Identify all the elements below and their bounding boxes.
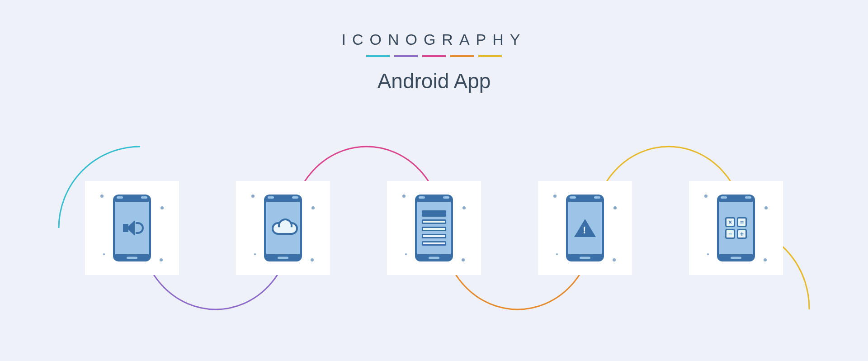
- calc-key-multiply: ×: [725, 217, 735, 227]
- phone-alert-icon: [566, 195, 604, 261]
- phone-volume-icon: [113, 195, 151, 261]
- brand-wordmark: ICONOGRAPHY: [0, 31, 868, 48]
- accent-bar-1: [366, 55, 390, 57]
- warning-triangle-icon: [574, 219, 596, 237]
- phone-weather-icon: [264, 195, 302, 261]
- icon-stage: × = − +: [0, 118, 868, 353]
- accent-bar-3: [422, 55, 446, 57]
- icon-tile: [538, 181, 632, 275]
- accent-underline: [0, 55, 868, 57]
- accent-bar-5: [478, 55, 502, 57]
- icon-tile: [85, 181, 179, 275]
- icon-tile: × = − +: [689, 181, 783, 275]
- accent-bar-2: [394, 55, 418, 57]
- header: ICONOGRAPHY Android App: [0, 0, 868, 93]
- calc-key-minus: −: [725, 229, 735, 239]
- accent-bar-4: [450, 55, 474, 57]
- calc-key-plus: +: [737, 229, 747, 239]
- pack-title: Android App: [0, 69, 868, 93]
- speaker-icon: [123, 220, 141, 236]
- list-icon: [422, 210, 446, 246]
- icon-tile: [236, 181, 330, 275]
- calculator-icon: × = − +: [725, 217, 747, 239]
- cloud-icon: [272, 221, 294, 235]
- icon-tile: [387, 181, 481, 275]
- calc-key-equals: =: [737, 217, 747, 227]
- icons-row: × = − +: [0, 181, 868, 275]
- phone-list-icon: [415, 195, 453, 261]
- phone-calculator-icon: × = − +: [717, 195, 755, 261]
